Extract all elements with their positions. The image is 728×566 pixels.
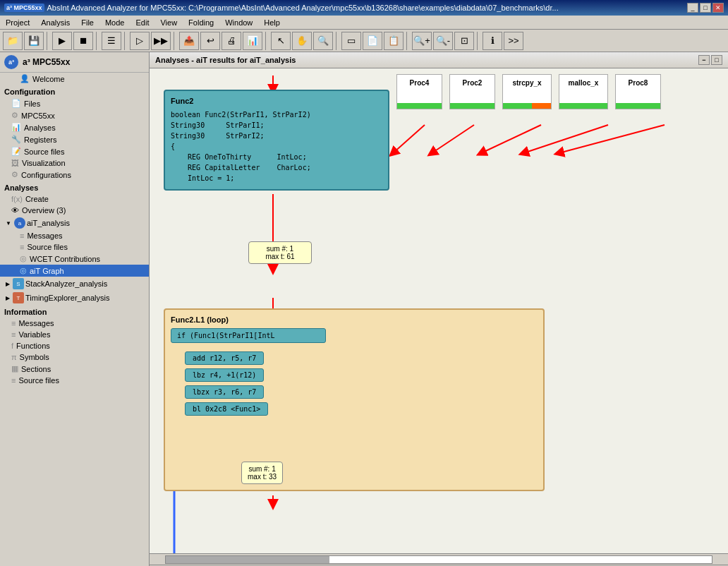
toolbar-export[interactable]: 📤 — [179, 32, 199, 50]
instr-2[interactable]: lbzx r3, r6, r7 — [185, 385, 264, 399]
sidebar-sections[interactable]: ▦ Sections — [0, 363, 149, 375]
graph-area[interactable]: Proc4 Proc2 strcpy_x — [150, 68, 728, 553]
sidebar-welcome[interactable]: 👤 Welcome — [0, 73, 149, 85]
toolbar-play[interactable]: ▶ — [52, 32, 72, 50]
menu-folding[interactable]: Folding — [183, 16, 219, 29]
menu-analysis[interactable]: Analysis — [35, 16, 75, 29]
main-container: a³ a³ MPC55xx 👤 Welcome Configuration 📄 … — [0, 52, 728, 566]
sidebar-wcet[interactable]: ◎ WCET Contributions — [0, 253, 149, 265]
proc-boxes-container: Proc4 Proc2 strcpy_x — [396, 74, 661, 109]
minimize-button[interactable]: _ — [687, 3, 698, 13]
timing-icon: T — [13, 292, 24, 303]
scrollbar-thumb[interactable] — [166, 556, 329, 563]
sidebar-configurations[interactable]: ⚙ Configurations — [0, 169, 149, 181]
sidebar-files[interactable]: 📄 Files — [0, 97, 149, 109]
strcpy-label: strcpy_x — [512, 75, 541, 87]
sidebar-analyses[interactable]: 📊 Analyses — [0, 121, 149, 133]
svg-line-10 — [559, 125, 665, 153]
sidebar-mpc55xx[interactable]: ⚙ MPC55xx — [0, 109, 149, 121]
toolbar-new[interactable]: 📁 — [3, 32, 23, 50]
strcpy-box[interactable]: strcpy_x — [502, 74, 552, 109]
code-line-2: String30 StrParI2; — [171, 131, 382, 141]
instr-3[interactable]: bl 0x2c8 <Func1> — [185, 402, 268, 416]
wcet-icon: ◎ — [20, 254, 27, 263]
sidebar-info-messages[interactable]: ≡ Messages — [0, 318, 149, 329]
source-icon: 📝 — [11, 147, 21, 156]
instr-1[interactable]: lbz r4, +1(r12) — [185, 368, 264, 382]
loop-title: Func2.L1 (loop) — [171, 315, 538, 324]
titlebar: a³ MPC55xx AbsInt Advanced Analyzer for … — [0, 0, 728, 16]
sidebar-messages[interactable]: ≡ Messages — [0, 230, 149, 241]
proc2-box[interactable]: Proc2 — [449, 74, 495, 109]
sidebar-stack-analyzer[interactable]: ▶ S StackAnalyzer_analysis — [0, 277, 149, 291]
toolbar-sep4 — [174, 32, 176, 50]
svg-line-9 — [523, 125, 608, 153]
func2-code: boolean Func2(StrParI1, StrParI2) String… — [171, 109, 382, 183]
toolbar-rect[interactable]: ▭ — [341, 32, 361, 50]
toolbar-zoom-reset[interactable]: ⊡ — [454, 32, 474, 50]
sum1-line1: sum #: 1 — [255, 245, 305, 253]
sidebar-visualization[interactable]: 🖼 Visualization — [0, 157, 149, 169]
titlebar-controls: _ □ ✕ — [687, 3, 724, 13]
create-icon: f(x) — [11, 195, 23, 203]
close-button[interactable]: ✕ — [712, 3, 724, 13]
toolbar-undo[interactable]: ↩ — [200, 32, 220, 50]
panel-minimize-btn[interactable]: − — [698, 55, 710, 65]
messages-icon: ≡ — [20, 231, 24, 240]
sidebar-registers[interactable]: 🔧 Registers — [0, 133, 149, 145]
sidebar-create[interactable]: f(x) Create — [0, 193, 149, 205]
toolbar: 📁 💾 ▶ ⏹ ☰ ▷ ▶▶ 📤 ↩ 🖨 📊 ↖ ✋ 🔍 ▭ 📄 📋 🔍+ 🔍-… — [0, 30, 728, 52]
proc8-box[interactable]: Proc8 — [615, 74, 661, 109]
horizontal-scrollbar[interactable] — [165, 555, 712, 564]
toolbar-page2[interactable]: 📋 — [384, 32, 404, 50]
proc4-box[interactable]: Proc4 — [396, 74, 442, 109]
toolbar-zoom[interactable]: 🔍 — [313, 32, 333, 50]
func2-title: Func2 — [171, 97, 382, 105]
func2-container[interactable]: Func2 boolean Func2(StrParI1, StrParI2) … — [164, 90, 389, 191]
sidebar-source-files-config[interactable]: 📝 Source files — [0, 145, 149, 157]
maximize-button[interactable]: □ — [700, 3, 711, 13]
toolbar-pointer[interactable]: ↖ — [271, 32, 291, 50]
menu-file[interactable]: File — [75, 16, 99, 29]
toolbar-more[interactable]: >> — [504, 32, 523, 50]
menu-mode[interactable]: Mode — [99, 16, 131, 29]
sidebar-ait-graph[interactable]: ◎ aiT Graph — [0, 265, 149, 277]
toolbar-zoom-out[interactable]: 🔍- — [433, 32, 453, 50]
loop-container[interactable]: Func2.L1 (loop) if (Func1(StrParI1[IntL … — [164, 308, 545, 491]
panel-maximize-btn[interactable]: □ — [711, 55, 722, 65]
menu-help[interactable]: Help — [258, 16, 286, 29]
toolbar-sep3 — [124, 32, 127, 50]
toolbar-chart[interactable]: 📊 — [243, 32, 262, 50]
toolbar-page[interactable]: 📄 — [363, 32, 382, 50]
bottom-scrollbar[interactable] — [150, 553, 728, 565]
menu-edit[interactable]: Edit — [130, 16, 154, 29]
sidebar-source-files-info[interactable]: ≡ Source files — [0, 375, 149, 386]
menu-project[interactable]: Project — [0, 16, 35, 29]
stack-icon: S — [13, 278, 24, 289]
analyses-icon: 📊 — [11, 123, 21, 132]
sidebar-functions[interactable]: f Functions — [0, 340, 149, 351]
ait-arrow: ▼ — [6, 220, 11, 227]
malloc-box[interactable]: malloc_x — [559, 74, 608, 109]
sidebar-source-files-ait[interactable]: ≡ Source files — [0, 241, 149, 253]
instr-0[interactable]: add r12, r5, r7 — [185, 351, 264, 365]
toolbar-play2[interactable]: ▷ — [130, 32, 150, 50]
toolbar-play3[interactable]: ▶▶ — [151, 32, 171, 50]
toolbar-hand[interactable]: ✋ — [292, 32, 312, 50]
menu-window[interactable]: Window — [219, 16, 258, 29]
sidebar-symbols[interactable]: π Symbols — [0, 351, 149, 363]
toolbar-info[interactable]: ℹ — [483, 32, 502, 50]
sidebar-overview[interactable]: 👁 Overview (3) — [0, 205, 149, 216]
sidebar-timing-explorer[interactable]: ▶ T TimingExplorer_analysis — [0, 291, 149, 305]
toolbar-list[interactable]: ☰ — [102, 32, 121, 50]
sidebar-variables[interactable]: ≡ Variables — [0, 329, 149, 340]
toolbar-stop[interactable]: ⏹ — [73, 32, 93, 50]
sidebar-ait-analysis[interactable]: ▼ a aiT_analysis — [0, 216, 149, 230]
toolbar-save[interactable]: 💾 — [24, 32, 44, 50]
toolbar-zoom-in[interactable]: 🔍+ — [412, 32, 432, 50]
loop-condition[interactable]: if (Func1(StrParI1[IntL — [171, 328, 326, 343]
right-panel: Analyses - aiT results for aiT_analysis … — [150, 52, 728, 566]
information-header: Information — [0, 305, 149, 318]
toolbar-print[interactable]: 🖨 — [222, 32, 241, 50]
menu-view[interactable]: View — [154, 16, 183, 29]
